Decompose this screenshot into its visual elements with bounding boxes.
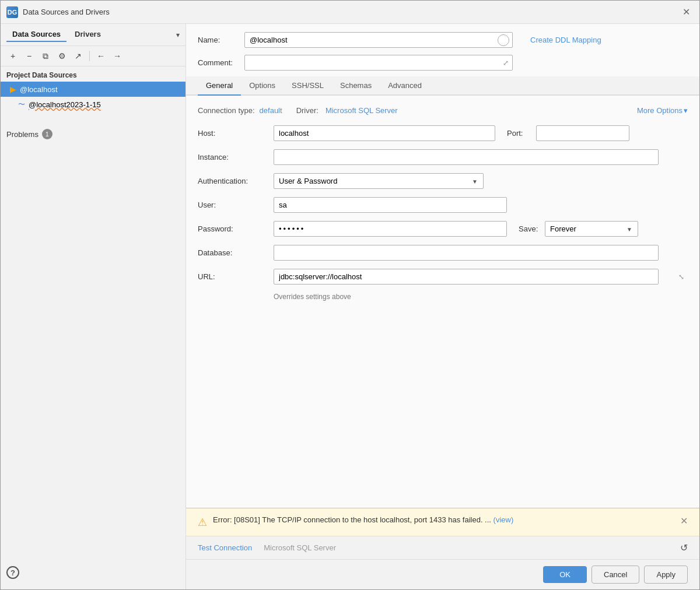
tab-data-sources[interactable]: Data Sources [6, 27, 66, 42]
error-message: Error: [08S01] The TCP/IP connection to … [213, 515, 491, 524]
instance-label: Instance: [198, 153, 274, 161]
error-close-button[interactable]: ✕ [680, 515, 688, 526]
name-input-wrap [244, 32, 513, 48]
tree-item-localhost2023[interactable]: 〜 @localhost2023-1-15 [1, 97, 186, 113]
main-window: DG Data Sources and Drivers ✕ Data Sourc… [0, 0, 700, 590]
app-icon: DG [6, 6, 18, 18]
export-button[interactable]: ↗ [71, 48, 86, 64]
tab-ssh-ssl[interactable]: SSH/SSL [284, 76, 332, 96]
left-tabs: Data Sources Drivers ▾ [1, 24, 186, 46]
add-button[interactable]: + [5, 48, 20, 64]
tree-item-localhost[interactable]: ▶ @localhost [1, 82, 186, 97]
localhost-label: @localhost [20, 85, 58, 94]
error-warning-icon: ⚠ [198, 516, 207, 529]
action-buttons: OK Cancel Apply [186, 559, 699, 589]
name-label: Name: [198, 36, 239, 44]
password-label: Password: [198, 224, 274, 233]
ok-button[interactable]: OK [543, 566, 587, 583]
copy-button[interactable]: ⧉ [38, 48, 53, 64]
driver-label: Driver: [296, 106, 318, 115]
name-circle-button[interactable] [498, 34, 509, 46]
window-body: Data Sources Drivers ▾ + − ⧉ ⚙ ↗ ← → Pro… [1, 24, 699, 589]
url-expand-icon[interactable]: ⤡ [678, 273, 684, 281]
create-ddl-link[interactable]: Create DDL Mapping [530, 36, 601, 44]
host-label: Host: [198, 129, 274, 138]
localhost2023-label: @localhost2023-1-15 [29, 100, 101, 109]
comment-input-wrap: ⤢ [244, 55, 513, 71]
error-view-link[interactable]: (view) [494, 515, 514, 524]
auth-select[interactable]: User & Password Windows Credentials No a… [274, 173, 484, 189]
url-input[interactable] [274, 269, 659, 285]
save-select[interactable]: Forever For Session Never [545, 221, 638, 237]
name-row: Name: Create DDL Mapping [186, 24, 699, 52]
database-row: Database: [198, 245, 688, 261]
back-button[interactable]: ← [93, 48, 108, 64]
forward-button[interactable]: → [110, 48, 125, 64]
problems-badge: 1 [42, 129, 52, 139]
close-button[interactable]: ✕ [679, 5, 694, 19]
problems-section: Problems 1 [1, 124, 186, 144]
user-input[interactable] [274, 197, 507, 213]
test-connection-link[interactable]: Test Connection [198, 543, 252, 552]
comment-label: Comment: [198, 58, 239, 67]
left-panel: Data Sources Drivers ▾ + − ⧉ ⚙ ↗ ← → Pro… [1, 24, 186, 589]
database-input[interactable] [274, 245, 659, 261]
comment-expand-button[interactable]: ⤢ [499, 58, 512, 68]
more-options-chevron-icon: ▾ [684, 106, 688, 115]
save-label: Save: [519, 224, 545, 233]
host-input[interactable] [274, 125, 495, 141]
user-label: User: [198, 201, 274, 209]
toolbar-separator [89, 51, 90, 61]
form-area: Connection type: default Driver: Microso… [186, 96, 699, 508]
help-button[interactable]: ? [6, 566, 19, 579]
instance-row: Instance: [198, 149, 688, 165]
comment-row: Comment: ⤢ [186, 52, 699, 76]
tab-schemas[interactable]: Schemas [332, 76, 380, 96]
tab-options[interactable]: Options [241, 76, 284, 96]
port-label: Port: [507, 129, 536, 138]
name-input[interactable] [245, 33, 498, 47]
database-label: Database: [198, 248, 274, 257]
right-panel: Name: Create DDL Mapping Comment: ⤢ Gene… [186, 24, 699, 589]
connection-type-label: Connection type: [198, 106, 255, 115]
auth-label: Authentication: [198, 177, 274, 185]
comment-input[interactable] [245, 55, 499, 70]
auth-select-wrap: User & Password Windows Credentials No a… [274, 173, 484, 189]
apply-button[interactable]: Apply [644, 566, 688, 584]
url-note: Overrides settings above [274, 293, 688, 301]
problems-label: Problems [6, 130, 38, 139]
window-title: Data Sources and Drivers [23, 8, 679, 16]
password-input[interactable] [274, 221, 507, 237]
bottom-driver-label: Microsoft SQL Server [264, 543, 336, 552]
cancel-button[interactable]: Cancel [592, 566, 639, 584]
tab-drivers[interactable]: Drivers [69, 27, 107, 42]
more-options-link[interactable]: More Options ▾ [637, 106, 688, 115]
localhost2023-icon: 〜 [18, 100, 25, 110]
bottom-bar: Test Connection Microsoft SQL Server ↺ [186, 536, 699, 559]
tab-dropdown-arrow[interactable]: ▾ [176, 31, 180, 39]
url-row: URL: ⤡ [198, 269, 688, 285]
title-bar: DG Data Sources and Drivers ✕ [1, 1, 699, 24]
tabs-bar: General Options SSH/SSL Schemas Advanced [186, 76, 699, 96]
error-bar: ⚠ Error: [08S01] The TCP/IP connection t… [186, 508, 699, 536]
auth-row: Authentication: User & Password Windows … [198, 173, 688, 189]
connection-type-value[interactable]: default [260, 106, 282, 115]
tab-general[interactable]: General [198, 76, 241, 96]
project-data-sources-label: Project Data Sources [1, 66, 186, 82]
url-label: URL: [198, 272, 274, 281]
tab-advanced[interactable]: Advanced [380, 76, 430, 96]
instance-input[interactable] [274, 149, 659, 165]
save-select-wrap: Forever For Session Never [545, 221, 638, 237]
toolbar: + − ⧉ ⚙ ↗ ← → [1, 46, 186, 66]
settings-button[interactable]: ⚙ [54, 48, 69, 64]
port-input[interactable] [536, 125, 629, 141]
host-row: Host: Port: [198, 125, 688, 141]
password-row: Password: Save: Forever For Session Neve… [198, 221, 688, 237]
user-row: User: [198, 197, 688, 213]
error-text: Error: [08S01] The TCP/IP connection to … [213, 515, 674, 524]
localhost-expand-icon: ▶ [10, 85, 16, 94]
url-wrap: ⤡ [274, 269, 688, 285]
remove-button[interactable]: − [22, 48, 37, 64]
refresh-icon[interactable]: ↺ [680, 542, 688, 553]
driver-value[interactable]: Microsoft SQL Server [326, 106, 398, 115]
